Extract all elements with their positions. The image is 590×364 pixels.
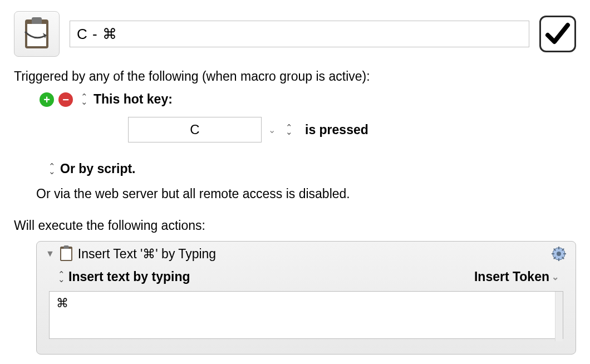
macro-name-input[interactable] <box>70 21 529 47</box>
action-mode-label: Insert text by typing <box>68 269 190 284</box>
hotkey-input[interactable] <box>128 117 262 142</box>
arrow-icon <box>23 29 52 44</box>
webserver-trigger-label: Or via the web server but all remote acc… <box>36 186 576 201</box>
svg-rect-5 <box>563 253 566 254</box>
svg-rect-3 <box>558 258 559 261</box>
hotkey-condition-label: is pressed <box>305 122 368 137</box>
hotkey-dropdown[interactable]: ⌄ <box>268 125 276 135</box>
action-text-input[interactable] <box>49 291 563 339</box>
checkmark-icon <box>544 21 571 47</box>
chevron-down-icon: ⌄ <box>552 272 559 282</box>
action-settings-button[interactable] <box>551 246 567 262</box>
chevron-down-icon: ⌄ <box>286 130 293 134</box>
hotkey-condition-stepper[interactable]: ⌃ ⌄ <box>286 125 293 135</box>
disclosure-triangle[interactable]: ▼ <box>46 249 55 259</box>
triggers-heading: Triggered by any of the following (when … <box>14 69 576 84</box>
action-card: ▼ Insert Text '⌘' by Typing <box>36 241 576 355</box>
chevron-down-icon: ⌄ <box>48 169 56 174</box>
clipboard-icon <box>25 19 48 48</box>
textarea-resize-grip[interactable] <box>555 292 563 341</box>
insert-token-label: Insert Token <box>474 269 549 284</box>
clipboard-icon <box>60 247 72 261</box>
script-trigger-stepper[interactable]: ⌃ ⌄ <box>48 164 56 174</box>
svg-rect-2 <box>558 247 559 249</box>
actions-heading: Will execute the following actions: <box>14 218 576 233</box>
action-mode-stepper[interactable]: ⌃ ⌄ <box>58 272 65 282</box>
chevron-down-icon: ⌄ <box>58 277 65 282</box>
remove-trigger-button[interactable]: − <box>58 92 73 107</box>
hotkey-type-label: This hot key: <box>94 92 173 107</box>
script-trigger-label: Or by script. <box>60 161 135 176</box>
svg-point-1 <box>557 252 561 256</box>
trigger-type-stepper[interactable]: ⌃ ⌄ <box>81 95 88 104</box>
svg-rect-4 <box>552 253 554 254</box>
action-title: Insert Text '⌘' by Typing <box>78 247 545 262</box>
insert-token-dropdown[interactable]: Insert Token ⌄ <box>474 269 559 284</box>
add-trigger-button[interactable]: + <box>40 92 54 107</box>
macro-enabled-checkbox[interactable] <box>539 16 576 52</box>
macro-icon-well[interactable] <box>14 11 60 57</box>
chevron-down-icon: ⌄ <box>81 100 88 104</box>
gear-icon <box>551 246 567 262</box>
